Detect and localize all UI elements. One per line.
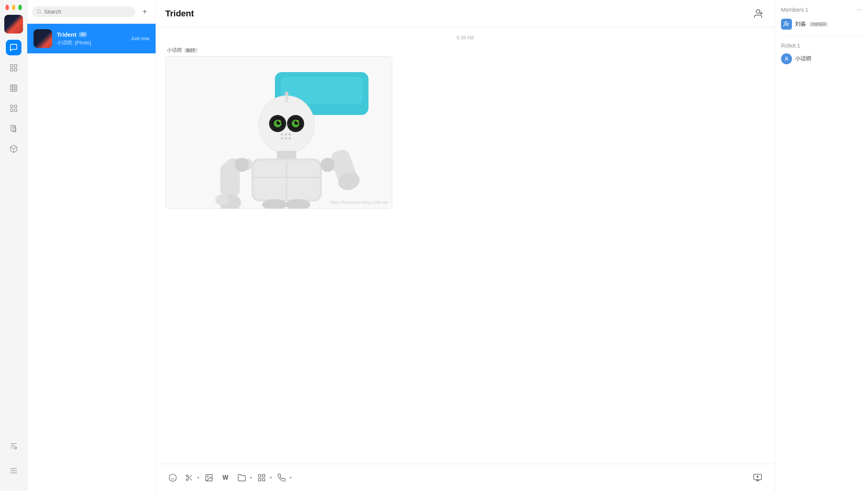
svg-point-46 xyxy=(285,133,287,136)
robot-name: 小话唠 xyxy=(795,55,811,62)
svg-rect-9 xyxy=(10,105,12,108)
member-item-liumiao[interactable]: 刘淼 OWNER xyxy=(781,19,862,30)
chat-title: Trident xyxy=(165,9,194,19)
conversation-panel: + Trident All 小话唠: [Photo] Just now xyxy=(27,0,156,491)
svg-point-85 xyxy=(785,22,787,24)
member-name: 刘淼 xyxy=(795,21,806,28)
search-icon xyxy=(37,9,42,14)
conversation-info: Trident All 小话唠: [Photo] xyxy=(57,31,126,46)
sidebar-item-word[interactable] xyxy=(6,121,21,136)
screen-share-button[interactable] xyxy=(750,470,765,485)
conversation-name: Trident xyxy=(57,31,76,38)
owner-badge: OWNER xyxy=(809,22,828,27)
svg-rect-2 xyxy=(10,69,12,71)
scissors-group: ▾ xyxy=(182,470,200,485)
svg-point-43 xyxy=(278,120,281,122)
folder-caret[interactable]: ▾ xyxy=(249,475,253,480)
svg-point-34 xyxy=(285,92,289,95)
sidebar-bottom xyxy=(6,438,21,491)
conversation-time: Just now xyxy=(131,36,149,41)
svg-rect-4 xyxy=(10,85,17,92)
message-row: 小话唠 BOT xyxy=(165,47,765,209)
members-section-header: Members·1 ··· xyxy=(781,6,862,13)
svg-point-60 xyxy=(235,158,249,172)
emoji-button[interactable] xyxy=(165,470,180,485)
sidebar-item-table[interactable] xyxy=(6,80,21,96)
svg-point-78 xyxy=(207,476,208,477)
conversation-badge: All xyxy=(79,32,87,37)
svg-point-72 xyxy=(186,475,188,477)
svg-point-50 xyxy=(289,137,291,140)
search-bar: + xyxy=(27,0,156,24)
svg-rect-11 xyxy=(10,109,12,111)
svg-rect-0 xyxy=(10,65,12,67)
svg-rect-1 xyxy=(14,65,16,67)
chat-header: Trident xyxy=(156,0,774,27)
phone-button[interactable] xyxy=(274,470,289,485)
sidebar-item-apps[interactable] xyxy=(6,101,21,116)
phone-group: ▾ xyxy=(274,470,292,485)
svg-point-45 xyxy=(281,133,283,136)
svg-point-24 xyxy=(756,9,760,13)
members-more-button[interactable]: ··· xyxy=(857,6,862,13)
svg-point-49 xyxy=(285,137,287,140)
robot-item[interactable]: 小话唠 xyxy=(781,53,862,64)
svg-line-76 xyxy=(188,476,189,477)
maximize-button[interactable] xyxy=(18,5,22,10)
sidebar-item-menu[interactable] xyxy=(6,463,21,479)
svg-point-88 xyxy=(786,57,788,59)
svg-point-22 xyxy=(37,10,41,13)
member-avatar xyxy=(781,19,792,30)
svg-point-59 xyxy=(215,194,229,205)
message-image[interactable]: https://liumiaocn.blog.csdn.net xyxy=(165,56,392,209)
sender-name: 小话唠 xyxy=(167,47,182,54)
svg-point-69 xyxy=(169,474,176,481)
sidebar-item-chat[interactable] xyxy=(6,40,21,55)
add-member-button[interactable] xyxy=(751,7,765,21)
image-button[interactable] xyxy=(202,470,216,485)
phone-caret[interactable]: ▾ xyxy=(289,475,292,480)
scissors-caret[interactable]: ▾ xyxy=(197,475,200,480)
svg-point-44 xyxy=(296,120,299,122)
svg-rect-82 xyxy=(262,478,265,480)
svg-point-18 xyxy=(14,447,16,449)
svg-point-48 xyxy=(281,137,283,140)
svg-line-23 xyxy=(40,13,41,14)
folder-group: ▾ xyxy=(234,470,253,485)
members-panel: Members·1 ··· 刘淼 OWNER Robot·1 小话唠 xyxy=(774,0,868,491)
conversation-preview: 小话唠: [Photo] xyxy=(57,39,126,46)
window-chrome xyxy=(0,0,27,15)
svg-rect-10 xyxy=(14,105,16,108)
robot-section-title: Robot·1 xyxy=(781,42,862,49)
svg-point-47 xyxy=(289,133,291,136)
svg-rect-3 xyxy=(14,69,16,71)
sidebar-item-grid[interactable] xyxy=(6,60,21,76)
svg-point-32 xyxy=(259,96,314,153)
minimize-button[interactable] xyxy=(12,5,16,10)
svg-rect-51 xyxy=(277,151,296,159)
avatar[interactable] xyxy=(4,15,23,34)
main-chat: Trident 6:38 AM 小话唠 BOT xyxy=(156,0,774,491)
bot-badge: BOT xyxy=(184,48,197,53)
robot-image: https://liumiaocn.blog.csdn.net xyxy=(166,57,392,208)
folder-button[interactable] xyxy=(234,470,249,485)
close-button[interactable] xyxy=(5,5,9,10)
sidebar xyxy=(0,0,27,491)
svg-point-73 xyxy=(186,479,188,480)
sidebar-item-box[interactable] xyxy=(6,141,21,157)
add-conversation-button[interactable]: + xyxy=(138,5,151,18)
word-button[interactable]: W xyxy=(218,470,233,485)
robot-section: Robot·1 小话唠 xyxy=(781,36,862,64)
svg-point-64 xyxy=(321,158,335,172)
robot-avatar xyxy=(781,53,792,64)
members-title: Members·1 xyxy=(781,7,808,13)
svg-rect-33 xyxy=(285,95,288,102)
apps-caret[interactable]: ▾ xyxy=(269,475,273,480)
search-input-wrapper[interactable] xyxy=(32,6,135,17)
apps-button[interactable] xyxy=(254,470,269,485)
search-input[interactable] xyxy=(44,9,131,15)
apps-group: ▾ xyxy=(254,470,273,485)
scissors-button[interactable] xyxy=(182,470,197,485)
sidebar-item-filter[interactable] xyxy=(6,438,21,454)
conversation-item-trident[interactable]: Trident All 小话唠: [Photo] Just now xyxy=(27,24,156,53)
